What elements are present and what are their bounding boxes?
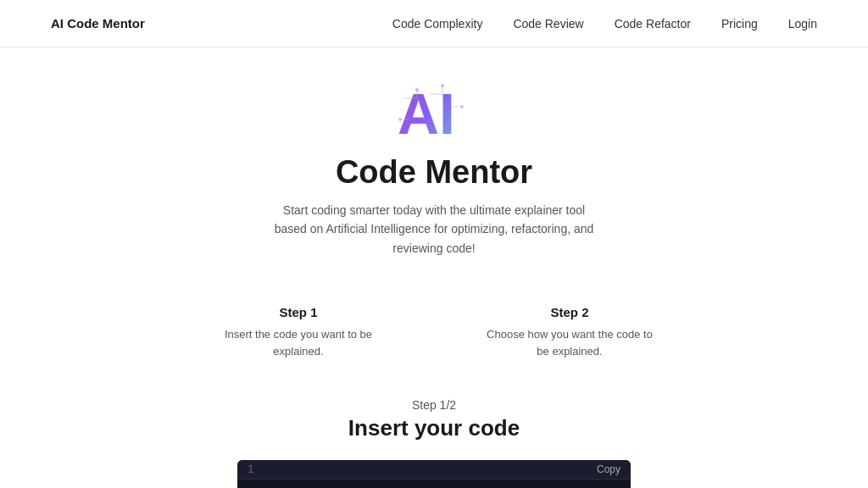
svg-point-10 [398,118,402,121]
nav-code-review[interactable]: Code Review [513,17,583,30]
svg-point-3 [415,88,419,92]
step-1-title: Step 1 [214,305,383,319]
step-1-card: Step 1 Insert the code you want to be ex… [214,305,383,359]
code-editor-header: 1 Copy [237,460,631,480]
step-progress-label: Step 1/2 [0,398,868,412]
code-line-number: 1 [248,463,253,475]
hero-title: Code Mentor [336,154,532,191]
copy-button[interactable]: Copy [597,463,620,475]
nav-code-refactor[interactable]: Code Refactor [615,17,691,30]
hero-subtitle-line2: based on Artificial Intelligence for opt… [275,222,594,254]
step-2-card: Step 2 Choose how you want the code to b… [485,305,654,359]
steps-section: Step 1 Insert the code you want to be ex… [0,274,868,385]
ai-logo: AI [396,81,472,141]
svg-point-6 [441,84,444,87]
navbar-links: Code Complexity Code Review Code Refacto… [392,17,817,30]
code-editor-body[interactable] [237,480,631,488]
hero-subtitle: Start coding smarter today with the ulti… [264,201,604,258]
navbar: AI Code Mentor Code Complexity Code Revi… [0,0,868,47]
nav-pricing[interactable]: Pricing [721,17,758,30]
nav-code-complexity[interactable]: Code Complexity [392,17,483,30]
svg-text:AI: AI [398,81,455,141]
navbar-brand: AI Code Mentor [51,16,145,30]
hero-subtitle-line1: Start coding smarter today with the ulti… [283,203,585,217]
nav-login[interactable]: Login [788,17,817,30]
step-2-desc: Choose how you want the code to be expla… [485,326,654,359]
hero-section: AI Code Mentor Start coding smarter toda… [0,47,868,274]
step-progress-title: Insert your code [0,415,868,441]
svg-point-8 [460,105,464,108]
step-progress: Step 1/2 Insert your code [0,385,868,448]
step-2-title: Step 2 [485,305,654,319]
step-1-desc: Insert the code you want to be explained… [214,326,383,359]
code-editor: 1 Copy [237,460,631,488]
